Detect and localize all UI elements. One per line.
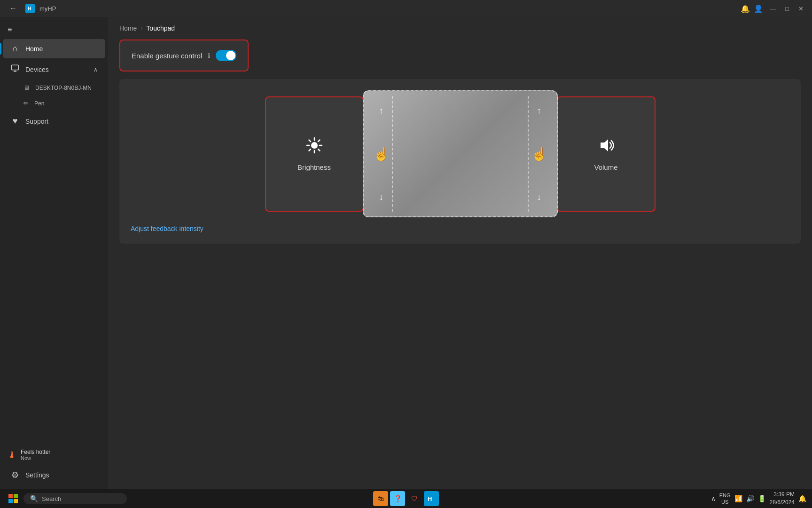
hand-gesture-left-icon: ☝ <box>373 146 390 162</box>
sidebar-item-support-label: Support <box>25 118 48 125</box>
sidebar-item-settings[interactable]: ⚙ Settings <box>3 465 105 485</box>
svg-line-11 <box>309 149 311 151</box>
gesture-control-panel: Enable gesture control ℹ <box>119 40 249 71</box>
volume-label: Volume <box>594 163 617 171</box>
sidebar-item-pen-label: Pen <box>34 100 44 107</box>
search-bar[interactable]: 🔍 Search <box>23 493 127 504</box>
svg-point-3 <box>311 142 318 149</box>
lang-line2: US <box>719 499 731 505</box>
search-placeholder: Search <box>42 495 61 502</box>
main-content: Home › Touchpad Enable gesture control ℹ <box>108 17 812 489</box>
support-icon: ♥ <box>10 116 20 126</box>
notification-bell-icon[interactable]: 🔔 <box>741 4 750 13</box>
settings-icon: ⚙ <box>10 470 20 480</box>
gesture-control-label: Enable gesture control <box>132 52 202 60</box>
sidebar-item-settings-label: Settings <box>25 471 49 479</box>
sidebar-item-pen[interactable]: ✏ Pen <box>3 96 105 111</box>
feels-hotter-notification: 🌡 Feels hotter Now <box>0 445 108 465</box>
svg-line-9 <box>318 149 320 151</box>
titlebar-left: ← H myHP <box>6 2 56 15</box>
devices-icon <box>10 64 20 75</box>
taskbar-right: ∧ ENG US 📶 🔊 🔋 3:39 PM 28/6/2024 🔔 <box>711 491 806 507</box>
back-button[interactable]: ← <box>6 2 21 15</box>
desktop-icon: 🖥 <box>23 84 30 91</box>
up-arrow-right-icon: ↑ <box>537 105 541 116</box>
svg-text:H: H <box>428 495 432 502</box>
clock[interactable]: 3:39 PM 28/6/2024 <box>770 491 795 507</box>
content-area: Enable gesture control ℹ <box>108 40 812 489</box>
home-icon: ⌂ <box>10 44 20 54</box>
taskbar-left: 🔍 Search <box>6 491 127 506</box>
volume-tray-icon[interactable]: 🔊 <box>746 495 754 502</box>
svg-line-10 <box>318 140 320 142</box>
app-title: myHP <box>39 5 56 12</box>
volume-panel[interactable]: Volume <box>557 96 656 212</box>
devices-chevron-icon: ∧ <box>94 66 98 73</box>
sidebar-toggle-button[interactable]: ≡ <box>0 21 108 39</box>
taskbar: 🔍 Search 🛍 ❓ 🛡 H ∧ ENG US 📶 🔊 🔋 <box>0 489 812 508</box>
minimize-button[interactable]: — <box>767 4 779 13</box>
tray-notification-icon[interactable]: 🔔 <box>798 495 806 502</box>
maximize-button[interactable]: □ <box>782 4 792 13</box>
close-button[interactable]: ✕ <box>796 4 806 13</box>
support-help-icon: ❓ <box>394 495 402 502</box>
lang-line1: ENG <box>719 492 731 499</box>
notification-title: Feels hotter <box>21 449 50 455</box>
svg-text:H: H <box>28 6 31 11</box>
start-button[interactable] <box>6 491 21 506</box>
touchpad-left-zone: ↑ ☝ ↓ <box>373 101 390 207</box>
svg-marker-12 <box>601 139 608 151</box>
touchpad-gesture-card: Brightness ↑ ☝ ↓ <box>119 79 801 244</box>
touchpad-visual: ↑ ☝ ↓ ↑ ☝ ↓ <box>363 90 558 217</box>
avast-icon: 🛡 <box>411 495 418 502</box>
titlebar-controls: 🔔 👤 — □ ✕ <box>741 4 806 13</box>
brightness-icon <box>306 137 323 158</box>
pen-icon: ✏ <box>23 100 29 107</box>
breadcrumb-current: Touchpad <box>146 24 175 32</box>
titlebar: ← H myHP 🔔 👤 — □ ✕ <box>0 0 812 17</box>
gesture-info-icon[interactable]: ℹ <box>208 52 210 59</box>
svg-line-8 <box>309 140 311 142</box>
sidebar-item-home[interactable]: ⌂ Home <box>3 39 105 58</box>
breadcrumb-home[interactable]: Home <box>119 24 137 32</box>
down-arrow-left-icon: ↓ <box>379 191 383 202</box>
svg-rect-14 <box>14 494 18 498</box>
taskbar-app-avast[interactable]: 🛡 <box>407 491 422 506</box>
taskbar-app-store[interactable]: 🛍 <box>373 491 388 506</box>
breadcrumb-separator: › <box>141 25 142 32</box>
gesture-control-toggle[interactable] <box>216 50 236 61</box>
sidebar-item-devices-label: Devices <box>25 66 49 73</box>
adjust-feedback-link[interactable]: Adjust feedback intensity <box>131 225 789 232</box>
sidebar: ≡ ⌂ Home Devices ∧ 🖥 DESKTOP-8N0BJ-MN ✏ … <box>0 17 108 489</box>
app-container: ≡ ⌂ Home Devices ∧ 🖥 DESKTOP-8N0BJ-MN ✏ … <box>0 17 812 489</box>
svg-rect-13 <box>8 494 13 498</box>
svg-rect-16 <box>14 499 18 503</box>
svg-rect-2 <box>12 65 19 70</box>
hand-gesture-right-icon: ☝ <box>531 146 547 162</box>
gesture-panels-container: Brightness ↑ ☝ ↓ <box>131 90 789 217</box>
breadcrumb: Home › Touchpad <box>108 17 812 40</box>
battery-icon[interactable]: 🔋 <box>758 495 766 502</box>
user-profile-icon[interactable]: 👤 <box>754 4 763 13</box>
up-arrow-left-icon: ↑ <box>379 105 383 116</box>
gesture-control-card: Enable gesture control ℹ <box>119 40 801 71</box>
search-icon: 🔍 <box>30 495 38 502</box>
notification-subtitle: Now <box>21 455 50 461</box>
clock-time: 3:39 PM <box>770 491 795 499</box>
taskbar-center-apps: 🛍 ❓ 🛡 H <box>373 491 439 506</box>
brightness-panel[interactable]: Brightness <box>265 96 364 212</box>
touchpad-right-zone: ↑ ☝ ↓ <box>531 101 547 207</box>
notification-text: Feels hotter Now <box>21 449 50 461</box>
brightness-label: Brightness <box>297 163 331 171</box>
taskbar-app-myhp[interactable]: H <box>424 491 439 506</box>
language-indicator[interactable]: ENG US <box>719 492 731 506</box>
sidebar-item-devices[interactable]: Devices ∧ <box>3 59 105 79</box>
taskbar-app-support[interactable]: ❓ <box>390 491 405 506</box>
tray-chevron-icon[interactable]: ∧ <box>711 495 716 502</box>
sidebar-item-desktop[interactable]: 🖥 DESKTOP-8N0BJ-MN <box>3 80 105 95</box>
sidebar-item-home-label: Home <box>25 45 43 53</box>
sidebar-item-support[interactable]: ♥ Support <box>3 111 105 131</box>
sidebar-bottom: 🌡 Feels hotter Now ⚙ Settings <box>0 445 108 485</box>
down-arrow-right-icon: ↓ <box>537 191 541 202</box>
wifi-icon[interactable]: 📶 <box>734 495 742 502</box>
